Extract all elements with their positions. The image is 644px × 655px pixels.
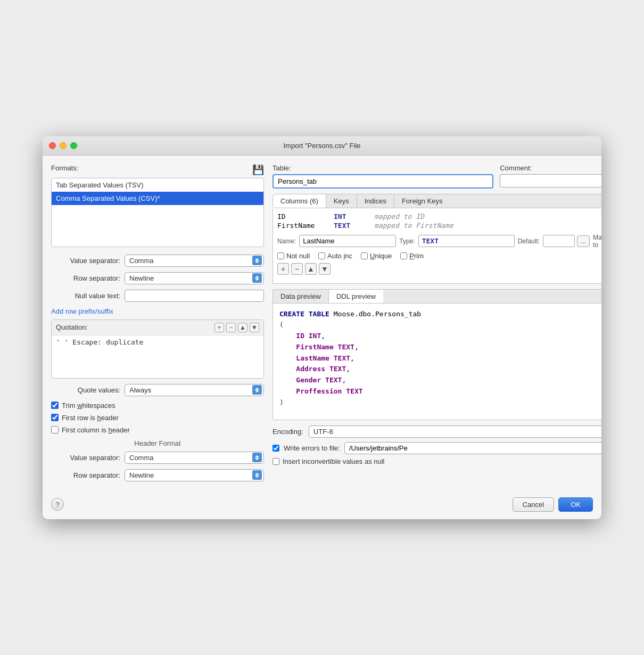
quotation-add-button[interactable]: +: [214, 323, 224, 332]
table-section: Table:: [273, 164, 493, 189]
quotation-label: Quotation:: [56, 323, 88, 331]
traffic-lights: [49, 142, 77, 149]
col-type-label: Type:: [399, 238, 415, 245]
insert-null-label: Insert inconvertible values as null: [283, 457, 385, 465]
encoding-row: Encoding: UTF-8 UTF-16 ISO-8859-1: [273, 425, 601, 438]
header-row-separator-row: Row separator: Newline: [51, 469, 264, 481]
cancel-button[interactable]: Cancel: [513, 497, 554, 512]
not-null-checkbox[interactable]: [277, 252, 284, 259]
quote-values-select[interactable]: Always Never As needed: [125, 384, 264, 396]
col-id-mapped: mapped to ID: [374, 212, 424, 220]
header-row-separator-select-wrapper: Newline: [125, 469, 264, 481]
trim-whitespaces-checkbox[interactable]: [51, 402, 59, 409]
table-input[interactable]: [273, 174, 493, 189]
column-form: Name: Type: Default: ... Mapped to: [277, 234, 601, 249]
col-action-buttons: + − ▲ ▼: [277, 263, 601, 275]
col-remove-button[interactable]: −: [291, 263, 303, 275]
null-value-input[interactable]: [125, 290, 264, 302]
formats-header: Formats: 💾: [51, 164, 264, 176]
comment-label: Comment:: [500, 164, 601, 172]
write-errors-path-input[interactable]: [344, 442, 601, 454]
null-value-label: Null value text:: [51, 292, 120, 300]
header-value-separator-label: Value separator:: [51, 454, 120, 462]
trim-whitespaces-label: Trim whitespaces: [62, 402, 115, 410]
tab-columns[interactable]: Columns (6): [273, 194, 326, 208]
col-firstname-name: FirstName: [277, 222, 325, 230]
comment-input[interactable]: [500, 174, 601, 187]
row-separator-select-wrapper: Newline CR+LF: [125, 272, 264, 284]
value-separator-select-wrapper: Comma Semicolon Tab: [125, 255, 264, 267]
quotation-header: Quotation: + − ▲ ▼: [52, 320, 263, 335]
col-down-button[interactable]: ▼: [319, 263, 331, 275]
insert-null-checkbox[interactable]: [273, 458, 279, 465]
trim-whitespaces-row: Trim whitespaces: [51, 402, 264, 410]
unique-checkbox[interactable]: [361, 252, 368, 259]
ddl-line-2: (: [279, 320, 601, 331]
comment-section: Comment: ...: [500, 164, 601, 189]
ddl-line-4: FirstName TEXT,: [279, 342, 601, 353]
ddl-line-5: LastName TEXT,: [279, 353, 601, 364]
first-col-header-row: First column is header: [51, 426, 264, 434]
format-csv[interactable]: Comma Separated Values (CSV)*: [52, 192, 263, 205]
insert-null-row: Insert inconvertible values as null: [273, 457, 601, 465]
tab-ddl-preview[interactable]: DDL preview: [329, 290, 383, 303]
first-row-header-checkbox[interactable]: [51, 414, 59, 421]
header-value-separator-select-wrapper: Comma: [125, 452, 264, 464]
auto-inc-label: Auto inc: [327, 252, 352, 260]
col-add-button[interactable]: +: [277, 263, 289, 275]
help-button[interactable]: ?: [51, 498, 64, 511]
tab-foreign-keys[interactable]: Foreign Keys: [394, 194, 450, 208]
header-value-separator-select[interactable]: Comma: [125, 452, 264, 464]
quotation-down-button[interactable]: ▼: [250, 323, 259, 332]
encoding-select-wrapper: UTF-8 UTF-16 ISO-8859-1: [309, 425, 601, 438]
table-comment-row: Table: Comment: ...: [273, 164, 601, 189]
null-value-row: Null value text:: [51, 290, 264, 302]
tab-keys[interactable]: Keys: [326, 194, 357, 208]
maximize-button[interactable]: [70, 142, 77, 149]
col-default-input[interactable]: [543, 235, 575, 247]
tab-data-preview[interactable]: Data preview: [273, 290, 329, 303]
add-row-prefix-link[interactable]: Add row prefix/suffix: [51, 307, 264, 315]
header-row-separator-select[interactable]: Newline: [125, 469, 264, 481]
col-type-input[interactable]: [418, 235, 515, 247]
encoding-select[interactable]: UTF-8 UTF-16 ISO-8859-1: [309, 425, 601, 438]
col-checkboxes-row: Not null Auto inc Unique Prim: [277, 252, 601, 260]
quotation-item[interactable]: ' ' Escape: duplicate: [52, 335, 263, 349]
col-default-wrapper: ...: [543, 235, 590, 247]
quotation-up-button[interactable]: ▲: [238, 323, 247, 332]
header-row-separator-label: Row separator:: [51, 471, 120, 479]
col-mapped-to-label: Mapped to: [593, 234, 601, 249]
columns-preview: ID INT mapped to ID FirstName TEXT mappe…: [273, 208, 601, 284]
ddl-line-8: Proffession TEXT: [279, 386, 601, 397]
col-up-button[interactable]: ▲: [305, 263, 317, 275]
floppy-icon[interactable]: 💾: [252, 164, 264, 176]
write-errors-checkbox[interactable]: [273, 445, 279, 452]
first-col-header-checkbox[interactable]: [51, 426, 59, 433]
write-errors-label: Write errors to file:: [284, 444, 340, 452]
value-separator-label: Value separator:: [51, 257, 120, 265]
col-name-input[interactable]: [299, 235, 396, 247]
col-name-label: Name:: [277, 238, 296, 245]
action-buttons: Cancel OK: [513, 497, 593, 512]
write-errors-row: Write errors to file: ...: [273, 442, 601, 454]
value-separator-select[interactable]: Comma Semicolon Tab: [125, 255, 264, 267]
formats-label: Formats:: [51, 164, 78, 172]
main-content: Formats: 💾 Tab Separated Values (TSV) Co…: [43, 155, 601, 495]
not-null-label: Not null: [286, 252, 310, 260]
auto-inc-item: Auto inc: [318, 252, 352, 260]
format-tsv[interactable]: Tab Separated Values (TSV): [52, 178, 263, 192]
import-dialog: Import "Persons.csv" File Formats: 💾 Tab…: [43, 136, 601, 519]
auto-inc-checkbox[interactable]: [318, 252, 325, 259]
quotation-remove-button[interactable]: −: [226, 323, 236, 332]
row-separator-select[interactable]: Newline CR+LF: [125, 272, 264, 284]
ok-button[interactable]: OK: [558, 497, 593, 512]
col-default-browse-button[interactable]: ...: [577, 235, 590, 247]
prim-checkbox[interactable]: [400, 252, 407, 259]
close-button[interactable]: [49, 142, 56, 149]
unique-label: Unique: [370, 252, 392, 260]
minimize-button[interactable]: [60, 142, 67, 149]
row-separator-row: Row separator: Newline CR+LF: [51, 272, 264, 284]
quote-values-row: Quote values: Always Never As needed: [51, 384, 264, 396]
prim-label: Prim: [409, 252, 424, 260]
tab-indices[interactable]: Indices: [357, 194, 394, 208]
